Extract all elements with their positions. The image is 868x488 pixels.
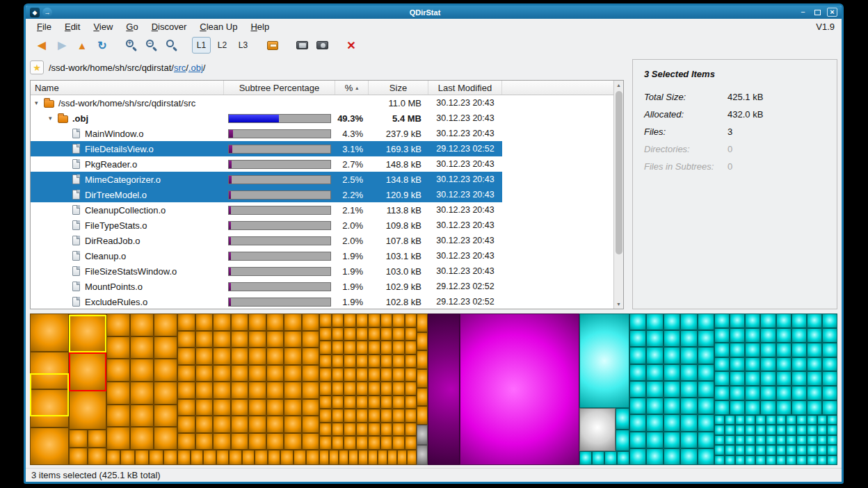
treemap-tile[interactable] — [356, 423, 369, 437]
treemap-tile[interactable] — [319, 341, 332, 355]
camera-button[interactable] — [293, 36, 311, 54]
treemap-tile[interactable] — [786, 425, 796, 434]
treemap-tile[interactable] — [405, 327, 417, 341]
package-button[interactable] — [264, 36, 282, 54]
treemap-tile[interactable] — [735, 415, 746, 425]
treemap-tile[interactable] — [405, 436, 417, 450]
treemap-tile[interactable] — [629, 432, 646, 448]
treemap-tile[interactable] — [755, 435, 766, 445]
treemap-tile[interactable] — [392, 423, 405, 437]
treemap-tile[interactable] — [755, 425, 766, 434]
treemap-tile[interactable] — [344, 368, 356, 382]
treemap-tile[interactable] — [786, 455, 796, 465]
treemap-tile[interactable] — [428, 314, 460, 465]
treemap-tile[interactable] — [776, 343, 791, 357]
treemap-tile[interactable] — [248, 399, 266, 416]
treemap-tile[interactable] — [106, 427, 130, 450]
treemap-tile[interactable] — [725, 435, 735, 445]
treemap-tile[interactable] — [135, 450, 149, 465]
treemap-tile[interactable] — [177, 365, 195, 382]
treemap-tile[interactable] — [817, 445, 828, 455]
treemap-tile[interactable] — [822, 343, 837, 357]
treemap-tile[interactable] — [760, 386, 775, 400]
treemap-tile[interactable] — [329, 450, 339, 465]
column-header-name[interactable]: Name — [31, 81, 224, 95]
level-1-button[interactable]: L1 — [192, 37, 211, 54]
treemap-tile[interactable] — [319, 423, 332, 437]
treemap-tile[interactable] — [284, 433, 302, 450]
treemap-tile[interactable] — [380, 314, 393, 327]
treemap-tile[interactable] — [760, 371, 775, 386]
treemap-tile[interactable] — [714, 425, 725, 434]
treemap-tile[interactable] — [380, 327, 393, 341]
treemap-tile[interactable] — [725, 455, 735, 465]
treemap-tile[interactable] — [69, 314, 106, 352]
treemap-tile[interactable] — [730, 357, 745, 372]
treemap-tile[interactable] — [213, 382, 231, 399]
treemap-tile[interactable] — [629, 448, 646, 465]
treemap-tile[interactable] — [231, 433, 249, 450]
treemap-tile[interactable] — [302, 433, 320, 450]
treemap-tile[interactable] — [776, 435, 787, 445]
back-button[interactable]: ◀ — [33, 36, 51, 54]
app-icon[interactable]: ◆ — [30, 8, 40, 17]
treemap-tile[interactable] — [356, 396, 369, 409]
treemap-tile[interactable] — [130, 382, 154, 405]
treemap-tile[interactable] — [266, 331, 284, 348]
treemap-tile[interactable] — [791, 400, 807, 415]
treemap-tile[interactable] — [796, 425, 807, 434]
treemap-tile[interactable] — [30, 389, 69, 428]
treemap-tile[interactable] — [368, 327, 380, 341]
treemap-tile[interactable] — [154, 359, 177, 382]
treemap-tile[interactable] — [69, 391, 106, 430]
treemap-tile[interactable] — [213, 331, 231, 348]
treemap-tile[interactable] — [646, 398, 663, 414]
column-header-subtree-percentage[interactable]: Subtree Percentage — [224, 81, 335, 95]
maximize-button[interactable] — [812, 8, 823, 17]
treemap-tile[interactable] — [776, 357, 791, 372]
zoom-out-button[interactable]: − — [143, 36, 161, 54]
treemap-tile[interactable] — [698, 330, 714, 347]
treemap-tile[interactable] — [392, 341, 405, 355]
treemap-tile[interactable] — [791, 328, 807, 343]
treemap-tile[interactable] — [766, 435, 776, 445]
treemap-tile[interactable] — [213, 433, 231, 450]
treemap-tile[interactable] — [368, 396, 380, 409]
treemap-tile[interactable] — [760, 400, 775, 415]
treemap-tile[interactable] — [664, 347, 680, 364]
treemap-tile[interactable] — [319, 355, 332, 368]
treemap-tile[interactable] — [405, 341, 417, 355]
treemap-tile[interactable] — [807, 328, 822, 343]
treemap-tile[interactable] — [405, 314, 417, 327]
treemap-tile[interactable] — [266, 416, 284, 433]
treemap-tile[interactable] — [177, 433, 195, 450]
treemap-tile[interactable] — [807, 455, 817, 465]
treemap-tile[interactable] — [195, 331, 214, 348]
treemap-tile[interactable] — [698, 432, 714, 448]
treemap-tile[interactable] — [344, 327, 356, 341]
treemap-tile[interactable] — [106, 359, 130, 382]
treemap-tile[interactable] — [248, 433, 266, 450]
treemap-tile[interactable] — [248, 331, 266, 348]
minimize-button[interactable]: − — [798, 8, 808, 17]
treemap-tile[interactable] — [646, 364, 663, 381]
treemap-tile[interactable] — [302, 365, 320, 382]
treemap-tile[interactable] — [231, 331, 249, 348]
tree-row[interactable]: FileSizeStatsWindow.o1.9%103.0 kB30.12.2… — [31, 263, 502, 279]
treemap-tile[interactable] — [392, 314, 405, 327]
treemap-tile[interactable] — [460, 314, 579, 465]
treemap-tile[interactable] — [368, 382, 380, 396]
treemap-tile[interactable] — [344, 355, 356, 368]
treemap-tile[interactable] — [822, 386, 837, 400]
treemap-tile[interactable] — [356, 314, 369, 327]
treemap-tile[interactable] — [356, 436, 369, 450]
treemap-tile[interactable] — [730, 328, 745, 343]
treemap-tile[interactable] — [776, 445, 787, 455]
treemap-tile[interactable] — [664, 364, 680, 381]
treemap-tile[interactable] — [344, 341, 356, 355]
column-header-last-modified[interactable]: Last Modified — [428, 81, 502, 95]
treemap-tile[interactable] — [380, 382, 393, 396]
treemap-tile[interactable] — [730, 386, 745, 400]
treemap-tile[interactable] — [356, 341, 369, 355]
treemap-tile[interactable] — [356, 355, 369, 368]
